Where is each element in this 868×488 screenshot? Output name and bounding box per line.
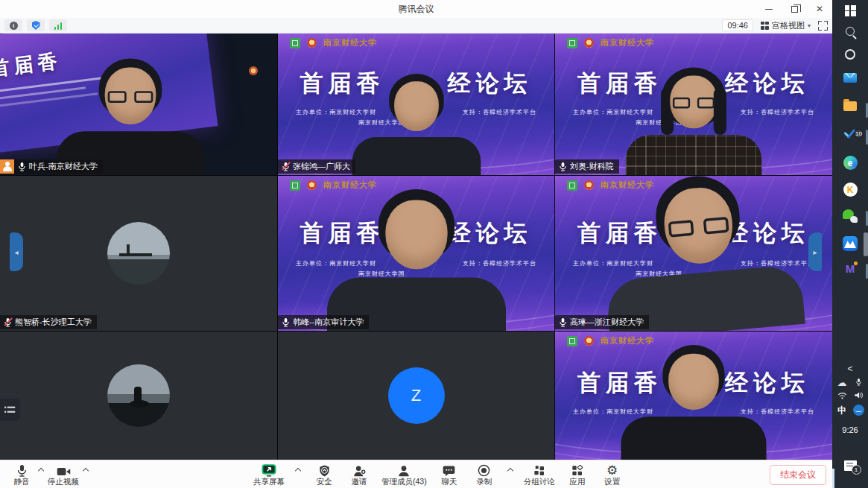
member-list-float-button[interactable] xyxy=(0,399,20,421)
windows-taskbar: 10 e K M < ☁ 中 9:26 1 xyxy=(832,0,868,488)
banner-logos: 南京财经大学 xyxy=(290,37,377,48)
apps-button[interactable]: 应用 xyxy=(565,464,590,486)
breakout-rooms-button[interactable]: 分组讨论 xyxy=(524,464,555,486)
mic-tray-icon[interactable] xyxy=(840,377,868,387)
mute-options-chevron[interactable] xyxy=(38,468,44,474)
university-emblem-icon xyxy=(584,180,594,190)
close-button[interactable]: ✕ xyxy=(813,2,826,16)
network-quality-icon[interactable] xyxy=(49,19,67,31)
view-controls: 09:46 宫格视图 ▾ xyxy=(722,19,828,31)
participant-nametag: 韩峰--南京审计大学 xyxy=(278,315,369,329)
stop-video-button[interactable]: 停止视频 xyxy=(48,464,79,486)
university-emblem-icon xyxy=(307,180,317,190)
kdocs-icon[interactable]: K xyxy=(832,183,868,197)
grid-view-icon xyxy=(761,22,769,30)
share-screen-button[interactable]: 共享屏幕 xyxy=(253,464,285,486)
wechat-icon[interactable] xyxy=(832,209,868,223)
participant-person xyxy=(352,74,481,175)
chat-button[interactable]: 聊天 xyxy=(437,464,462,486)
notification-badge: 1 xyxy=(852,465,861,475)
host-badge-icon xyxy=(0,159,14,174)
green-logo-icon xyxy=(290,38,300,48)
cortana-icon[interactable] xyxy=(832,49,868,60)
fullscreen-icon[interactable] xyxy=(818,21,828,31)
tray-expand-chevron[interactable]: < xyxy=(832,364,868,374)
todo-check-icon[interactable]: 10 xyxy=(832,128,868,140)
members-icon xyxy=(398,464,410,477)
microphone-icon xyxy=(16,464,28,477)
chevron-down-icon: ▾ xyxy=(808,22,811,29)
minimize-button[interactable] xyxy=(762,2,776,16)
end-meeting-button[interactable]: 结束会议 xyxy=(770,465,826,485)
participant-nametag: 叶兵-南京财经大学 xyxy=(14,159,103,174)
apps-icon xyxy=(571,464,583,477)
meeting-timer: 09:46 xyxy=(722,19,753,31)
participant-name: 刘奥-财科院 xyxy=(570,161,614,172)
university-emblem-icon xyxy=(584,38,594,48)
participant-name: 叶兵-南京财经大学 xyxy=(29,161,98,172)
search-icon[interactable] xyxy=(832,27,868,36)
invite-button[interactable]: 邀请 xyxy=(346,464,372,486)
video-tile-initial-z[interactable]: Z xyxy=(278,332,554,460)
mic-on-icon xyxy=(559,317,567,327)
participant-avatar xyxy=(107,222,170,285)
participant-person xyxy=(621,345,767,460)
meeting-window: 腾讯会议 ✕ i 09:46 宫格视图 ▾ xyxy=(0,0,832,488)
participant-person xyxy=(57,59,204,175)
windows-start-button[interactable] xyxy=(832,5,868,16)
gear-icon: ⚙ xyxy=(606,465,618,477)
security-shield-icon[interactable] xyxy=(27,19,45,31)
invite-person-icon xyxy=(353,464,366,477)
security-button[interactable]: 安全 xyxy=(311,464,337,486)
meeting-info-icon[interactable]: i xyxy=(4,19,22,31)
video-tile-yebing[interactable]: 首届香 叶兵-南京财经大学 xyxy=(0,34,277,175)
banner-logos: 南京财经大学 xyxy=(567,37,654,48)
m-app-icon[interactable]: M xyxy=(832,262,868,275)
participant-name: 高琳—浙江财经大学 xyxy=(570,317,644,328)
settings-button[interactable]: ⚙ 设置 xyxy=(600,464,625,486)
record-button[interactable]: 录制 xyxy=(472,464,497,486)
view-mode-label: 宫格视图 xyxy=(772,20,805,31)
video-tile-xiongzhiqiao[interactable]: 熊智桥-长沙理工大学 xyxy=(0,176,277,331)
green-logo-icon xyxy=(290,180,300,191)
green-logo-icon xyxy=(567,180,577,191)
video-tile-liuao[interactable]: 南京财经大学 首届香经论坛 主办单位：南京财经大学财支持：香樟经济学术平台 南京… xyxy=(555,34,832,175)
view-mode-switch[interactable]: 宫格视图 ▾ xyxy=(761,20,811,31)
university-emblem-icon xyxy=(584,336,594,346)
mute-button[interactable]: 静音 xyxy=(9,464,34,486)
volume-tray-icon[interactable] xyxy=(840,391,868,399)
share-options-chevron[interactable] xyxy=(295,468,301,474)
active-app-indicator xyxy=(864,232,868,256)
action-center-icon[interactable]: 1 xyxy=(832,460,868,471)
manage-members-button[interactable]: 管理成员(43) xyxy=(381,464,427,486)
video-tile-zhangjinhong[interactable]: 南京财经大学 首届香经论坛 主办单位：南京财经大学财支持：香樟经济学术平台 南京… xyxy=(278,34,554,175)
green-logo-icon xyxy=(567,336,577,346)
video-options-chevron[interactable] xyxy=(83,468,89,474)
todo-badge: 10 xyxy=(854,129,864,139)
taskbar-edge-indicator xyxy=(832,469,834,488)
video-tile-gaolin[interactable]: 南京财经大学 首届香经论坛 主办单位：南京财经大学财支持：香樟经济学术平台 南京… xyxy=(555,176,832,331)
mail-icon[interactable] xyxy=(832,73,868,83)
video-tile-bottom-right[interactable]: 南京财经大学 首届香经论坛 主办单位：南京财经大学财支持：香樟经济学术平台 南京… xyxy=(555,332,832,460)
previous-page-arrow[interactable]: ◂ xyxy=(10,232,23,271)
video-tile-hanfeng[interactable]: 南京财经大学 首届香经论坛 主办单位：南京财经大学财支持：香樟经济学术平台 南京… xyxy=(278,176,554,331)
restore-button[interactable] xyxy=(788,2,801,16)
video-tile-avatar-only[interactable] xyxy=(0,332,277,460)
video-grid: 首届香 叶兵-南京财经大学 xyxy=(0,34,832,460)
blue-tray-app-icon[interactable] xyxy=(840,405,868,416)
mic-muted-icon xyxy=(4,317,12,327)
share-screen-icon xyxy=(262,464,276,477)
record-icon xyxy=(478,464,490,477)
file-explorer-icon[interactable] xyxy=(832,101,868,111)
participant-avatar xyxy=(107,364,170,427)
edge-browser-icon[interactable]: e xyxy=(832,156,868,170)
participant-person xyxy=(626,68,762,175)
taskbar-clock[interactable]: 9:26 xyxy=(832,425,868,434)
record-options-chevron[interactable] xyxy=(507,468,513,474)
participant-nametag: 高琳—浙江财经大学 xyxy=(555,315,649,329)
participant-nametag: 刘奥-财科院 xyxy=(555,159,619,174)
tencent-meeting-icon[interactable] xyxy=(832,236,868,251)
participant-name: 张锦鸿—广师大 xyxy=(293,161,350,172)
next-page-arrow[interactable]: ▸ xyxy=(808,232,822,271)
title-bar: 腾讯会议 ✕ xyxy=(0,0,832,18)
